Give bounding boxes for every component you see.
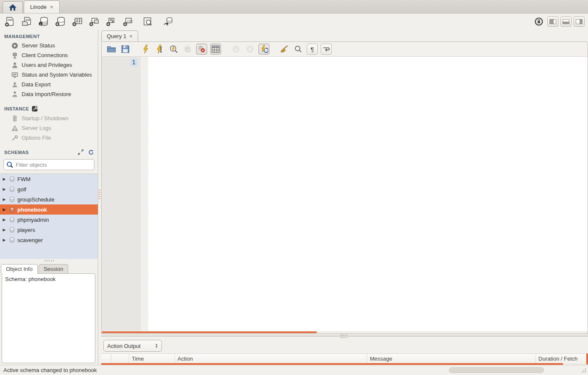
execute-current-statement-button[interactable] bbox=[154, 44, 165, 55]
tab-object-info[interactable]: Object Info bbox=[1, 264, 38, 274]
create-table-button[interactable] bbox=[71, 15, 84, 28]
instance-section-title: INSTANCE bbox=[0, 99, 98, 113]
sidebar-item-client-connections[interactable]: Client Connections bbox=[0, 50, 98, 60]
save-button[interactable] bbox=[120, 44, 131, 55]
output-col-action[interactable]: Action bbox=[175, 354, 367, 363]
create-function-button[interactable]: {0} bbox=[122, 15, 135, 28]
query-tab-1[interactable]: Query 1 × bbox=[101, 30, 138, 41]
window-tab-bar: Linode × bbox=[0, 0, 588, 14]
schema-item-phonebook-selected[interactable]: ▶ phonebook bbox=[0, 204, 98, 215]
schema-filter-input[interactable] bbox=[3, 159, 94, 170]
toggle-output-area-button[interactable] bbox=[560, 17, 571, 27]
home-icon bbox=[8, 4, 17, 11]
output-col-status[interactable] bbox=[101, 354, 111, 363]
sidebar-splitter[interactable] bbox=[98, 30, 101, 365]
output-type-select[interactable]: Action Output ▲ ▼ bbox=[103, 340, 162, 352]
sidebar-item-options-file[interactable]: Options File bbox=[0, 133, 98, 143]
wrap-text-button[interactable] bbox=[321, 44, 332, 55]
expander-icon[interactable]: ▶ bbox=[2, 177, 7, 181]
fold-margin bbox=[141, 57, 148, 331]
connection-tab-linode[interactable]: Linode × bbox=[24, 0, 60, 13]
output-vertical-scrollbar[interactable] bbox=[586, 353, 588, 364]
reconnect-dbms-button[interactable] bbox=[162, 15, 175, 28]
home-tab[interactable] bbox=[3, 1, 23, 13]
status-bar: Active schema changed to phonebook bbox=[0, 365, 588, 375]
navigator-sidebar: MANAGEMENT Server Status Client Connecti… bbox=[0, 30, 98, 365]
output-col-time[interactable]: Time bbox=[129, 354, 175, 363]
rollback-button[interactable] bbox=[244, 44, 255, 55]
toggle-left-sidebar-button[interactable] bbox=[547, 17, 558, 27]
client-connections-icon bbox=[11, 52, 18, 59]
limit-rows-button[interactable] bbox=[210, 44, 221, 55]
search-table-data-button[interactable] bbox=[141, 15, 154, 28]
sidebar-item-data-export[interactable]: Data Export bbox=[0, 80, 98, 89]
sql-editor-area: Query 1 × bbox=[101, 30, 588, 365]
editor-horizontal-scrollbar[interactable] bbox=[102, 331, 588, 334]
expander-icon[interactable]: ▶ bbox=[2, 207, 7, 212]
query-tab-bar: Query 1 × bbox=[101, 30, 588, 41]
schema-item-phpmyadmin[interactable]: ▶ phpmyadmin bbox=[0, 215, 98, 225]
schema-item-players[interactable]: ▶ players bbox=[0, 225, 98, 235]
new-query-tab-button[interactable]: SQL bbox=[3, 15, 16, 28]
schema-item-scavenger[interactable]: ▶ scavenger bbox=[0, 235, 98, 245]
new-sql-file-icon: SQL bbox=[4, 16, 15, 27]
svg-text:SQL: SQL bbox=[25, 19, 31, 21]
sidebar-item-users-privileges[interactable]: Users and Privileges bbox=[0, 60, 98, 70]
expander-icon[interactable]: ▶ bbox=[2, 228, 7, 232]
toggle-stop-on-error-button[interactable] bbox=[196, 44, 207, 55]
expander-icon[interactable]: ▶ bbox=[2, 218, 7, 222]
expand-schemas-icon[interactable] bbox=[78, 149, 83, 155]
statusbar-scrollbar-thumb[interactable] bbox=[449, 367, 544, 373]
execute-query-button[interactable] bbox=[140, 44, 151, 55]
toggle-autocommit-button[interactable] bbox=[258, 44, 269, 55]
toggle-right-sidebar-button[interactable] bbox=[574, 17, 585, 27]
refresh-schemas-icon[interactable] bbox=[88, 149, 94, 155]
open-file-button[interactable] bbox=[106, 44, 117, 55]
connection-tab-label: Linode bbox=[30, 4, 47, 10]
show-invisibles-button[interactable]: ¶ bbox=[307, 44, 318, 55]
editor-output-splitter[interactable] bbox=[101, 334, 588, 338]
commit-button[interactable] bbox=[230, 44, 241, 55]
action-output-header-row: Time Action Message Duration / Fetch bbox=[101, 353, 588, 363]
schema-icon bbox=[9, 196, 15, 203]
beautify-sql-button[interactable] bbox=[279, 44, 290, 55]
sql-editor[interactable]: 1 bbox=[102, 57, 588, 331]
schema-item-groupschedule[interactable]: ▶ groupSchedule bbox=[0, 194, 98, 204]
search-table-data-icon bbox=[142, 16, 153, 27]
expander-icon[interactable]: ▶ bbox=[2, 238, 7, 242]
schema-inspector-button[interactable]: i bbox=[37, 15, 50, 28]
stop-query-button[interactable] bbox=[182, 44, 193, 55]
tab-session[interactable]: Session bbox=[39, 264, 68, 274]
schema-item-golf[interactable]: ▶ golf bbox=[0, 184, 98, 194]
warning-triangle-icon bbox=[11, 124, 18, 132]
sql-editor-toolbar: ¶ bbox=[102, 42, 588, 57]
sidebar-item-status-system-variables[interactable]: Status and System Variables bbox=[0, 70, 98, 80]
instance-wrench-badge-icon bbox=[32, 106, 38, 112]
left-panel-icon bbox=[549, 19, 556, 24]
expander-icon[interactable]: ▶ bbox=[2, 187, 7, 191]
create-procedure-button[interactable] bbox=[105, 15, 118, 28]
schema-item-fwm[interactable]: ▶ FWM bbox=[0, 174, 98, 184]
output-col-duration[interactable]: Duration / Fetch bbox=[536, 354, 588, 363]
explain-plan-button[interactable] bbox=[168, 44, 179, 55]
expander-icon[interactable]: ▶ bbox=[2, 197, 7, 201]
output-col-index[interactable] bbox=[111, 354, 129, 363]
find-button[interactable] bbox=[293, 44, 304, 55]
sql-text-area[interactable] bbox=[148, 57, 588, 331]
sidebar-horizontal-splitter[interactable] bbox=[0, 259, 98, 262]
user-icon bbox=[11, 61, 18, 69]
create-schema-button[interactable] bbox=[54, 15, 67, 28]
sidebar-item-server-status[interactable]: Server Status bbox=[0, 41, 98, 50]
sidebar-item-startup-shutdown[interactable]: Startup / Shutdown bbox=[0, 113, 98, 123]
window-resize-grip[interactable] bbox=[581, 367, 587, 373]
sidebar-item-data-import[interactable]: Data Import/Restore bbox=[0, 89, 98, 99]
create-procedure-icon bbox=[105, 16, 117, 27]
query-tab-close-icon[interactable]: × bbox=[129, 33, 133, 39]
output-col-message[interactable]: Message bbox=[367, 354, 536, 363]
sidebar-item-server-logs[interactable]: Server Logs bbox=[0, 123, 98, 133]
connection-tab-close-icon[interactable]: × bbox=[50, 4, 53, 10]
create-view-button[interactable] bbox=[88, 15, 101, 28]
open-sql-script-button[interactable]: SQL bbox=[20, 15, 33, 28]
main-toolbar: SQL SQL i {0} bbox=[0, 14, 588, 30]
svg-text:{0}: {0} bbox=[127, 19, 133, 23]
